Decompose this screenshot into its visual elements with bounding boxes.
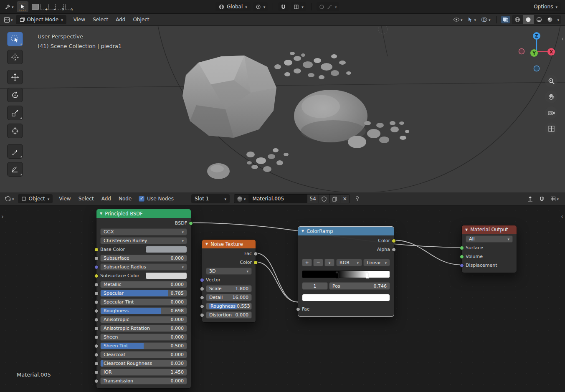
pebble-cluster-bottom[interactable] — [246, 148, 289, 172]
material-users-count[interactable]: 54 — [307, 195, 319, 203]
node-noise-texture[interactable]: ▼ Noise Texture Fac Color 3D Vector — [202, 239, 256, 323]
pivot-point-dropdown[interactable] — [253, 2, 268, 11]
tool-rotate[interactable] — [7, 88, 23, 102]
stop-index-field[interactable]: 1 — [302, 282, 328, 290]
ramp-options-dropdown[interactable] — [324, 259, 334, 266]
tool-select-box[interactable] — [7, 32, 23, 46]
target-dropdown[interactable]: All — [466, 235, 513, 243]
perspective-toggle-button[interactable] — [545, 122, 557, 135]
noise-roughness-slider[interactable]: Roughness 0.553 — [206, 303, 252, 310]
volume-socket[interactable] — [460, 255, 464, 259]
gizmos-dropdown[interactable] — [466, 16, 477, 23]
subsurface-socket[interactable] — [94, 256, 99, 260]
menu-add[interactable]: Add — [112, 14, 129, 25]
collapse-icon[interactable]: ▼ — [100, 212, 102, 215]
shading-solid-button[interactable] — [523, 15, 534, 24]
subsurface-radius-dropdown[interactable]: Subsurface Radius — [100, 263, 187, 271]
colorramp-header[interactable]: ▼ ColorRamp — [298, 227, 394, 235]
node-editor[interactable]: Material.005 › ‹ ▼ Principled BSDF BSDF … — [0, 205, 565, 392]
stop-position-slider[interactable]: Pos 0.746 — [329, 282, 390, 290]
distortion-slider[interactable]: Distortion 0.000 — [206, 311, 252, 319]
menu-add[interactable]: Add — [98, 192, 115, 205]
vector-socket[interactable] — [200, 278, 204, 282]
colorramp-gradient[interactable] — [302, 271, 390, 278]
detail-socket[interactable] — [200, 296, 204, 300]
tool-cursor[interactable] — [7, 50, 23, 64]
visibility-dropdown[interactable] — [452, 16, 464, 23]
menu-object[interactable]: Object — [129, 14, 153, 25]
distortion-socket[interactable] — [200, 313, 204, 317]
menu-select[interactable]: Select — [75, 192, 98, 205]
node-snap-target-dropdown[interactable] — [549, 195, 560, 202]
detail-slider[interactable]: Detail 16.000 — [206, 294, 252, 301]
ramp-stop-1-selected[interactable] — [365, 269, 369, 278]
subsurface-method-dropdown[interactable]: Christensen-Burley — [100, 237, 187, 244]
node-material-output[interactable]: ▼ Material Output All Surface Volume Dis… — [461, 225, 517, 273]
transmission-slider[interactable]: Transmission 0.000 — [100, 377, 187, 384]
ior-slider[interactable]: IOR 1.450 — [100, 369, 187, 376]
orientation-dropdown[interactable]: Global — [215, 2, 251, 11]
chevron-down-icon[interactable] — [555, 17, 561, 23]
clearcoat-roughness-socket[interactable] — [94, 362, 99, 366]
scale-socket[interactable] — [200, 287, 204, 291]
anisotropic-rotation-slider[interactable]: Anisotropic Rotation 0.000 — [100, 325, 187, 332]
sheen-socket[interactable] — [94, 335, 99, 339]
tool-transform[interactable] — [7, 124, 23, 138]
node-principled-bsdf[interactable]: ▼ Principled BSDF BSDF GGX Christensen-B… — [96, 209, 191, 389]
active-tool-select-box[interactable] — [17, 1, 28, 12]
pebble-cluster-top[interactable] — [274, 52, 351, 79]
clearcoat-roughness-slider[interactable]: Clearcoat Roughness 0.030 — [100, 360, 187, 367]
sidebar-collapse-arrow[interactable]: ‹ — [561, 35, 564, 43]
surface-socket[interactable] — [460, 246, 464, 250]
use-nodes-checkbox[interactable]: ✓ — [139, 196, 144, 202]
gizmo-neg-x-axis[interactable] — [519, 49, 524, 54]
menu-select[interactable]: Select — [89, 14, 112, 25]
noise-header[interactable]: ▼ Noise Texture — [202, 240, 256, 248]
select-mode-set[interactable] — [32, 4, 39, 10]
rock-round[interactable] — [294, 90, 367, 142]
proportional-editing-dropdown[interactable] — [317, 2, 340, 11]
base-color-swatch[interactable] — [145, 246, 187, 253]
sheen-tint-socket[interactable] — [94, 344, 99, 348]
specular-socket[interactable] — [94, 291, 99, 296]
rock-large[interactable] — [182, 56, 276, 138]
select-mode-intersect[interactable]: ∩ — [65, 4, 72, 10]
tool-annotate[interactable] — [7, 144, 23, 159]
editor-type-button[interactable] — [3, 3, 15, 11]
browse-material-button[interactable] — [234, 195, 248, 203]
noise-roughness-socket[interactable] — [200, 304, 204, 309]
select-mode-invert[interactable]: × — [57, 4, 64, 10]
noise-color-socket[interactable] — [253, 260, 258, 265]
subsurface-color-socket[interactable] — [94, 274, 99, 278]
interpolation-dropdown[interactable]: Linear — [363, 259, 390, 266]
roughness-socket[interactable] — [94, 309, 99, 313]
specular-tint-socket[interactable] — [94, 300, 99, 304]
metallic-slider[interactable]: Metallic 0.000 — [100, 281, 187, 288]
mode-dropdown[interactable]: Object Mode — [16, 15, 66, 24]
shader-editor-type-button[interactable] — [3, 195, 15, 203]
fake-user-button[interactable] — [319, 195, 329, 203]
unlink-material-button[interactable]: × — [340, 195, 350, 203]
snap-target-dropdown[interactable] — [291, 2, 306, 11]
clearcoat-socket[interactable] — [94, 353, 99, 357]
dimensions-dropdown[interactable]: 3D — [206, 268, 252, 275]
ior-socket[interactable] — [94, 370, 99, 374]
anisotropic-rotation-socket[interactable] — [94, 326, 99, 331]
add-stop-button[interactable]: + — [302, 259, 312, 266]
noise-fac-socket[interactable] — [253, 252, 258, 256]
subsurface-color-swatch[interactable] — [145, 272, 187, 279]
shading-wireframe-button[interactable] — [512, 15, 523, 24]
collapse-icon[interactable]: ▼ — [205, 242, 208, 246]
tool-scale[interactable] — [7, 106, 23, 120]
gizmo-neg-z-axis[interactable] — [534, 66, 540, 71]
sun-lamp-gizmo[interactable] — [378, 26, 388, 34]
zoom-button[interactable] — [545, 75, 557, 87]
overlays-dropdown[interactable] — [479, 16, 492, 23]
menu-view[interactable]: View — [70, 14, 89, 25]
bsdf-output-socket[interactable] — [189, 221, 193, 225]
colorramp-color-socket[interactable] — [392, 239, 396, 243]
color-mode-dropdown[interactable]: RGB — [336, 259, 362, 266]
collapse-icon[interactable]: ▼ — [302, 229, 304, 233]
options-dropdown[interactable]: Options — [530, 2, 561, 11]
tool-move[interactable] — [7, 70, 23, 84]
